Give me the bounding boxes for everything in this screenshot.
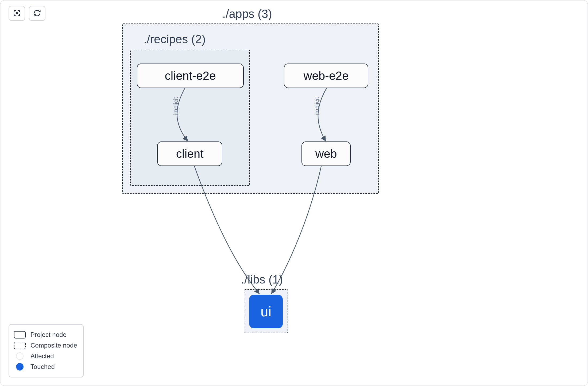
group-apps-label: ./apps (3) bbox=[222, 7, 272, 21]
legend-row-affected: Affected bbox=[14, 351, 77, 361]
edge-label-web-e2e-to-web: implicit bbox=[314, 97, 320, 115]
edge-label-client-e2e-to-client: implicit bbox=[172, 97, 179, 115]
node-web-e2e[interactable]: web-e2e bbox=[284, 64, 368, 88]
legend-label-affected: Affected bbox=[30, 352, 54, 360]
legend-row-touched: Touched bbox=[14, 361, 77, 372]
legend-row-composite: Composite node bbox=[14, 340, 77, 351]
svg-point-0 bbox=[16, 12, 18, 14]
toolbar bbox=[9, 6, 45, 21]
legend-sample-touched-icon bbox=[16, 363, 24, 371]
focus-button[interactable] bbox=[9, 6, 25, 21]
legend-sample-project-icon bbox=[14, 331, 26, 338]
legend-label-touched: Touched bbox=[30, 363, 55, 371]
legend: Project node Composite node Affected Tou… bbox=[9, 324, 84, 377]
group-libs-label: ./libs (1) bbox=[241, 273, 283, 286]
refresh-icon bbox=[33, 9, 41, 18]
node-ui[interactable]: ui bbox=[249, 295, 283, 328]
group-recipes-label: ./recipes (2) bbox=[144, 33, 206, 46]
graph-canvas[interactable]: ./apps (3) ./recipes (2) ./libs (1) clie… bbox=[0, 0, 588, 386]
refresh-button[interactable] bbox=[29, 6, 45, 21]
legend-label-composite: Composite node bbox=[30, 342, 77, 349]
legend-label-project: Project node bbox=[30, 331, 67, 338]
node-client[interactable]: client bbox=[157, 141, 222, 166]
node-web[interactable]: web bbox=[301, 141, 351, 166]
legend-sample-composite-icon bbox=[14, 342, 26, 349]
node-client-e2e[interactable]: client-e2e bbox=[137, 64, 244, 88]
legend-sample-affected-icon bbox=[16, 352, 24, 360]
legend-row-project: Project node bbox=[14, 329, 77, 340]
focus-icon bbox=[13, 9, 21, 18]
